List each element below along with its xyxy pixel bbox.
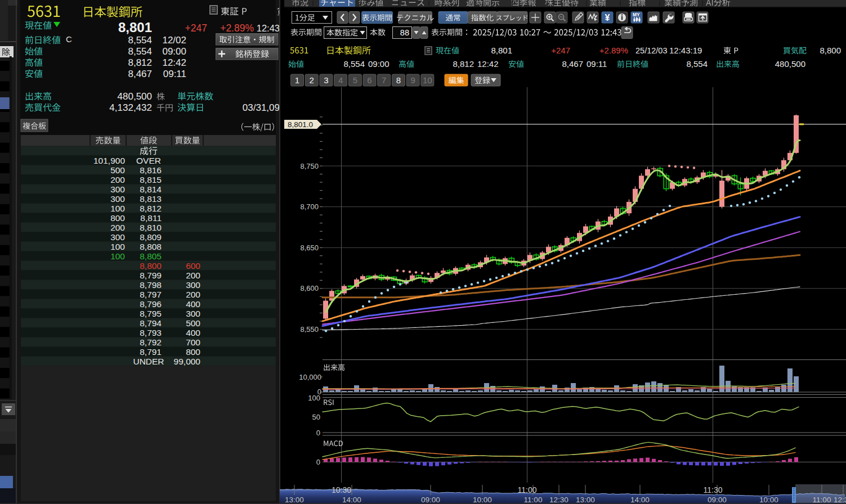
svg-text:480,500: 480,500 xyxy=(775,59,805,69)
svg-text:1: 1 xyxy=(295,75,299,85)
svg-text:UNDER: UNDER xyxy=(133,357,164,366)
svg-text:8,800: 8,800 xyxy=(820,46,841,55)
svg-text:50: 50 xyxy=(312,413,320,421)
svg-text:OVER: OVER xyxy=(136,156,161,165)
svg-text:8,805: 8,805 xyxy=(140,251,162,261)
svg-text:12:43: 12:43 xyxy=(257,23,280,33)
svg-text:8,794: 8,794 xyxy=(140,318,162,328)
svg-text:300: 300 xyxy=(110,184,125,194)
svg-text:8,795: 8,795 xyxy=(140,309,162,318)
svg-text:9: 9 xyxy=(410,75,415,85)
svg-text:12:42: 12:42 xyxy=(477,59,499,69)
svg-text:10:00: 10:00 xyxy=(473,496,492,504)
svg-text:480,500: 480,500 xyxy=(118,91,152,102)
svg-text:09:00: 09:00 xyxy=(421,496,440,504)
svg-text:8,812: 8,812 xyxy=(140,204,162,213)
svg-text:25/12/03: 25/12/03 xyxy=(635,46,667,55)
svg-text:13:00: 13:00 xyxy=(576,496,595,504)
svg-text:8,815: 8,815 xyxy=(140,175,162,184)
svg-text:8,550: 8,550 xyxy=(300,325,319,334)
svg-text:100: 100 xyxy=(110,251,125,261)
svg-text:10: 10 xyxy=(423,75,432,85)
svg-text:99,000: 99,000 xyxy=(174,357,201,366)
svg-text:09:00: 09:00 xyxy=(162,46,186,57)
svg-text:6: 6 xyxy=(367,75,371,85)
svg-text:100: 100 xyxy=(308,394,320,402)
svg-text:300: 300 xyxy=(110,232,125,242)
svg-text:800: 800 xyxy=(186,347,200,357)
svg-text:500: 500 xyxy=(110,165,125,175)
svg-text:8,650: 8,650 xyxy=(300,244,319,252)
svg-text:8,600: 8,600 xyxy=(300,284,319,292)
svg-text:8,809: 8,809 xyxy=(140,232,162,242)
svg-text:8,750: 8,750 xyxy=(300,162,319,170)
svg-text:300: 300 xyxy=(110,194,125,204)
svg-text:C: C xyxy=(66,34,72,44)
svg-text:8,812: 8,812 xyxy=(453,59,474,69)
svg-text:11:00: 11:00 xyxy=(813,496,831,504)
svg-text:100: 100 xyxy=(110,204,125,213)
svg-text:200: 200 xyxy=(110,223,125,232)
svg-text:8,801.0: 8,801.0 xyxy=(288,120,313,129)
svg-text:8,808: 8,808 xyxy=(140,242,162,251)
svg-text:101,900: 101,900 xyxy=(93,156,125,165)
svg-text:8,814: 8,814 xyxy=(140,184,162,194)
svg-text:09:00: 09:00 xyxy=(708,496,727,504)
svg-text:¥: ¥ xyxy=(605,13,610,22)
svg-text:8,813: 8,813 xyxy=(140,194,162,204)
svg-text:12:43:19: 12:43:19 xyxy=(669,46,702,55)
svg-text:8,816: 8,816 xyxy=(140,165,162,175)
svg-text:8,810: 8,810 xyxy=(140,223,162,232)
svg-text:8,801: 8,801 xyxy=(118,20,152,35)
svg-text:8,554: 8,554 xyxy=(686,59,708,69)
svg-text:0: 0 xyxy=(316,458,320,466)
svg-text:300: 300 xyxy=(186,309,200,318)
svg-text:+247: +247 xyxy=(551,46,570,55)
svg-text:400: 400 xyxy=(186,328,200,338)
svg-text:14:00: 14:00 xyxy=(630,496,650,504)
svg-text:200: 200 xyxy=(110,175,125,184)
svg-text:11:00: 11:00 xyxy=(518,485,537,494)
svg-text:8,792: 8,792 xyxy=(140,338,162,347)
svg-text:7: 7 xyxy=(382,75,386,85)
svg-text:8,800: 8,800 xyxy=(140,261,162,271)
svg-text:14:00: 14:00 xyxy=(342,496,361,504)
svg-text:09:00: 09:00 xyxy=(368,59,390,69)
svg-text:12:30: 12:30 xyxy=(834,496,846,504)
svg-text:8,467: 8,467 xyxy=(562,59,583,69)
svg-text:2: 2 xyxy=(310,75,314,85)
svg-text:8,467: 8,467 xyxy=(128,69,152,79)
svg-text:09:11: 09:11 xyxy=(587,59,607,69)
svg-text:8: 8 xyxy=(396,75,401,85)
svg-text:8,797: 8,797 xyxy=(140,290,162,299)
svg-text:8,801: 8,801 xyxy=(491,46,512,55)
svg-text:10:00: 10:00 xyxy=(759,496,778,504)
svg-text:100: 100 xyxy=(110,242,125,251)
svg-text:8,799: 8,799 xyxy=(140,271,162,280)
svg-text:10:30: 10:30 xyxy=(332,485,351,494)
svg-text:+2.89%: +2.89% xyxy=(220,22,254,34)
svg-text:8,793: 8,793 xyxy=(140,328,162,338)
svg-text:13:00: 13:00 xyxy=(285,496,304,504)
svg-text:8,791: 8,791 xyxy=(140,347,162,357)
svg-text:300: 300 xyxy=(186,280,200,290)
svg-text:8,554: 8,554 xyxy=(343,59,365,69)
svg-text:800: 800 xyxy=(110,213,125,223)
svg-text:700: 700 xyxy=(186,338,200,347)
svg-text:8,811: 8,811 xyxy=(140,213,162,223)
svg-text:0: 0 xyxy=(316,429,320,437)
svg-text:500: 500 xyxy=(186,318,200,328)
svg-text:+247: +247 xyxy=(185,22,207,34)
svg-text:11:30: 11:30 xyxy=(704,485,723,494)
svg-text:8,700: 8,700 xyxy=(300,202,319,211)
svg-text:200: 200 xyxy=(186,290,200,299)
svg-text:8,554: 8,554 xyxy=(128,35,152,46)
svg-text:400: 400 xyxy=(186,299,200,309)
svg-text:12/02: 12/02 xyxy=(162,35,186,46)
svg-text:10,000: 10,000 xyxy=(299,373,321,381)
svg-text:4,132,432: 4,132,432 xyxy=(109,102,152,113)
svg-text:12:42: 12:42 xyxy=(162,57,186,68)
svg-text:88: 88 xyxy=(400,28,409,37)
svg-text:600: 600 xyxy=(186,261,200,271)
svg-text:MY: MY xyxy=(633,12,640,17)
